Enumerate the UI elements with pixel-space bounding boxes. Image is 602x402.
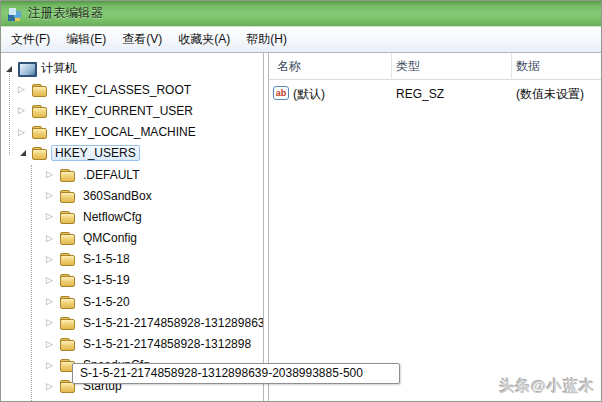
- folder-icon: [59, 168, 77, 182]
- menu-item-0[interactable]: 文件(F): [3, 28, 58, 51]
- tree-item-s-1-5-19[interactable]: ▷S-1-5-19: [1, 270, 263, 291]
- expand-icon[interactable]: ▷: [46, 170, 59, 179]
- registry-app-icon: [6, 6, 22, 22]
- value-data: (数值未设置): [516, 84, 584, 104]
- folder-icon: [59, 189, 77, 203]
- folder-icon: [59, 273, 77, 287]
- tree-item-label: HKEY_CURRENT_USER: [53, 104, 195, 118]
- expand-icon[interactable]: ▷: [46, 361, 59, 370]
- watermark-text: 头条@小蓝木: [499, 377, 595, 396]
- folder-icon: [59, 210, 77, 224]
- column-header-data[interactable]: 数据: [516, 53, 540, 80]
- computer-icon: [17, 62, 35, 76]
- tree-item-s-1-5-21-2174858928-1312898639-2038993885-500[interactable]: ▷S-1-5-21-2174858928-1312898639-20389938…: [1, 312, 263, 333]
- menu-item-2[interactable]: 查看(V): [114, 28, 170, 51]
- pane-container: 计算机▷HKEY_CLASSES_ROOT▷HKEY_CURRENT_USER▷…: [1, 53, 601, 401]
- tree-item-hkey-users[interactable]: HKEY_USERS: [1, 143, 263, 164]
- tree-item-hkey-classes-root[interactable]: ▷HKEY_CLASSES_ROOT: [1, 79, 263, 100]
- folder-icon: [31, 125, 49, 139]
- tree-item-wifiqufcf[interactable]: WifiQufCf: [1, 397, 263, 401]
- string-value-icon: ab: [273, 86, 289, 100]
- tree-item-qmconfig[interactable]: ▷QMConfig: [1, 228, 263, 249]
- tree-item-label: 计算机: [39, 60, 79, 77]
- tree-item-label: S-1-5-19: [81, 273, 132, 287]
- menu-item-1[interactable]: 编辑(E): [58, 28, 114, 51]
- column-header-type[interactable]: 类型: [396, 53, 420, 80]
- expand-icon[interactable]: ▷: [46, 276, 59, 285]
- tree-item-label: .DEFAULT: [81, 168, 141, 182]
- tree-item-label: S-1-5-20: [81, 295, 132, 309]
- tree-item-360sandbox[interactable]: ▷360SandBox: [1, 185, 263, 206]
- value-row-default[interactable]: ab (默认) REG_SZ (数值未设置): [269, 84, 601, 104]
- tree-item-label: HKEY_CLASSES_ROOT: [53, 83, 193, 97]
- expand-icon[interactable]: ▷: [18, 128, 31, 137]
- collapse-icon[interactable]: [18, 150, 31, 156]
- folder-icon: [59, 295, 77, 309]
- expand-icon[interactable]: ▷: [18, 85, 31, 94]
- tree-item-label: HKEY_LOCAL_MACHINE: [53, 125, 198, 139]
- key-name-tooltip: S-1-5-21-2174858928-1312898639-203899388…: [72, 363, 400, 384]
- menu-item-3[interactable]: 收藏夹(A): [170, 28, 238, 51]
- tree-item-label: HKEY_USERS: [51, 145, 140, 161]
- tree-item-label: S-1-5-21-2174858928-1312898639-203899388…: [81, 316, 264, 330]
- folder-icon: [31, 146, 49, 160]
- expand-icon[interactable]: ▷: [46, 382, 59, 391]
- folder-icon: [31, 104, 49, 118]
- column-header-name[interactable]: 名称: [277, 53, 301, 80]
- registry-tree-pane: 计算机▷HKEY_CLASSES_ROOT▷HKEY_CURRENT_USER▷…: [1, 53, 264, 401]
- expand-icon[interactable]: ▷: [46, 297, 59, 306]
- expand-icon[interactable]: ▷: [46, 191, 59, 200]
- folder-icon: [31, 83, 49, 97]
- tree-item-label: QMConfig: [81, 231, 139, 245]
- regedit-window: 注册表编辑器 文件(F)编辑(E)查看(V)收藏夹(A)帮助(H) 计算机▷HK…: [0, 0, 602, 402]
- column-divider[interactable]: [391, 53, 392, 80]
- folder-icon: [59, 252, 77, 266]
- tree-item-default[interactable]: ▷.DEFAULT: [1, 164, 263, 185]
- collapse-icon[interactable]: [4, 66, 17, 72]
- registry-tree: 计算机▷HKEY_CLASSES_ROOT▷HKEY_CURRENT_USER▷…: [1, 58, 263, 401]
- tree-item-hkey-local-machine[interactable]: ▷HKEY_LOCAL_MACHINE: [1, 122, 263, 143]
- tree-item-node-0[interactable]: 计算机: [1, 58, 263, 79]
- menu-item-4[interactable]: 帮助(H): [238, 28, 295, 51]
- folder-icon: [59, 231, 77, 245]
- expand-icon[interactable]: ▷: [46, 212, 59, 221]
- tree-item-label: S-1-5-18: [81, 252, 132, 266]
- tree-item-hkey-current-user[interactable]: ▷HKEY_CURRENT_USER: [1, 100, 263, 121]
- tree-item-netflowcfg[interactable]: ▷NetflowCfg: [1, 206, 263, 227]
- folder-icon: [59, 316, 77, 330]
- menu-bar: 文件(F)编辑(E)查看(V)收藏夹(A)帮助(H): [1, 27, 601, 53]
- tree-item-s-1-5-18[interactable]: ▷S-1-5-18: [1, 249, 263, 270]
- tree-item-label: 360SandBox: [81, 189, 154, 203]
- list-header: 名称 类型 数据: [269, 53, 601, 80]
- value-list-pane: 名称 类型 数据 ab (默认) REG_SZ (数值未设置) 头条@小蓝木: [268, 53, 601, 401]
- column-divider[interactable]: [511, 53, 512, 80]
- folder-icon: [59, 337, 77, 351]
- expand-icon[interactable]: ▷: [46, 340, 59, 349]
- value-type: REG_SZ: [396, 84, 444, 104]
- expand-icon[interactable]: ▷: [18, 106, 31, 115]
- expand-icon[interactable]: ▷: [46, 234, 59, 243]
- expand-icon[interactable]: ▷: [46, 318, 59, 327]
- title-bar[interactable]: 注册表编辑器: [1, 1, 601, 27]
- tree-item-label: S-1-5-21-2174858928-1312898: [81, 337, 253, 351]
- tree-item-s-1-5-20[interactable]: ▷S-1-5-20: [1, 291, 263, 312]
- tree-item-label: NetflowCfg: [81, 210, 144, 224]
- value-name: (默认): [293, 84, 325, 104]
- tree-item-s-1-5-21-2174858928-1312898[interactable]: ▷S-1-5-21-2174858928-1312898: [1, 333, 263, 354]
- expand-icon[interactable]: ▷: [46, 255, 59, 264]
- window-title: 注册表编辑器: [28, 5, 103, 22]
